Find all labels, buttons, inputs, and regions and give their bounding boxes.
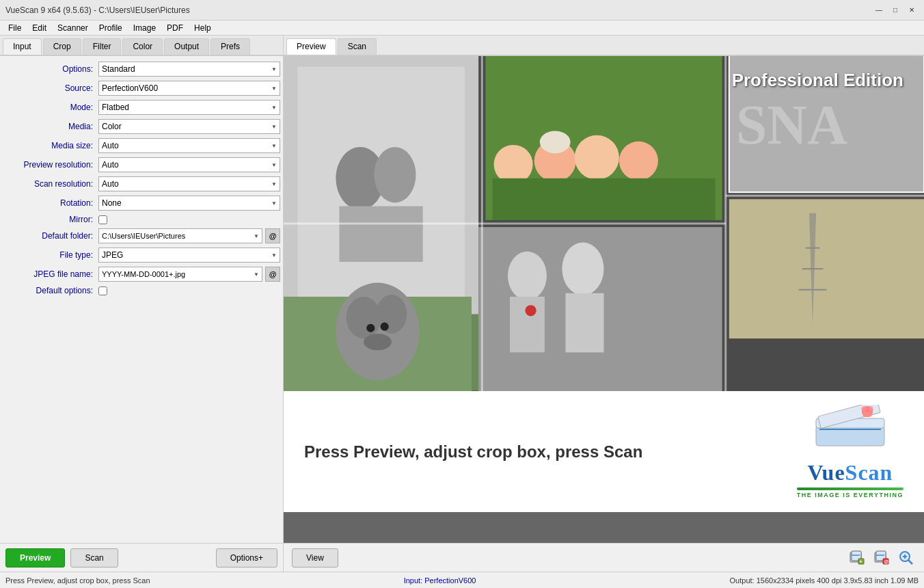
left-bottom: Preview Scan Options+: [0, 544, 284, 572]
svg-point-46: [868, 406, 873, 412]
vuescan-logo: VueScan The Image is Everything: [797, 405, 903, 498]
mode-arrow-icon: ▼: [271, 105, 277, 111]
menu-help[interactable]: Help: [189, 22, 217, 34]
svg-text:@: @: [884, 559, 889, 564]
preview-tab-preview[interactable]: Preview: [286, 38, 336, 55]
media-label: Media:: [3, 122, 98, 131]
options-label: Options:: [3, 64, 98, 74]
svg-rect-32: [510, 297, 545, 352]
logo-sub: The Image is Everything: [797, 492, 903, 498]
preview-res-dropdown[interactable]: Auto ▼: [98, 157, 280, 172]
jpeg-name-row: JPEG file name: YYYY-MM-DD-0001+.jpg ▼ @: [3, 267, 280, 282]
svg-point-29: [364, 334, 392, 350]
preview-button[interactable]: Preview: [5, 548, 65, 567]
rotation-label: Rotation:: [3, 198, 98, 208]
svg-point-4: [374, 147, 416, 202]
minimize-button[interactable]: —: [872, 3, 886, 17]
default-options-checkbox[interactable]: [98, 286, 107, 295]
menu-scanner[interactable]: Scanner: [52, 22, 94, 34]
svg-point-31: [508, 252, 547, 300]
default-folder-dropdown[interactable]: C:\Users\IEUser\Pictures ▼: [98, 228, 262, 243]
menu-edit[interactable]: Edit: [27, 22, 52, 34]
status-left: Press Preview, adjust crop box, press Sc…: [5, 576, 150, 585]
menu-pdf[interactable]: PDF: [161, 22, 189, 34]
media-size-arrow-icon: ▼: [271, 143, 277, 149]
scan-res-dropdown[interactable]: Auto ▼: [98, 176, 280, 191]
collage-container: Professional Edition: [284, 56, 924, 391]
file-type-dropdown[interactable]: JPEG ▼: [98, 248, 280, 263]
tab-input[interactable]: Input: [3, 38, 42, 55]
tab-color[interactable]: Color: [122, 38, 163, 55]
default-folder-arrow-icon: ▼: [254, 233, 259, 239]
tagline-text: Press Preview, adjust crop box, press Sc…: [304, 442, 642, 462]
email-icon[interactable]: @: [872, 548, 891, 567]
rotation-dropdown[interactable]: None ▼: [98, 196, 280, 211]
svg-rect-35: [565, 293, 603, 353]
tab-crop[interactable]: Crop: [43, 38, 81, 55]
media-size-row: Media size: Auto ▼: [3, 138, 280, 153]
svg-rect-11: [493, 178, 716, 220]
left-panel: Input Crop Filter Color Output Prefs Opt…: [0, 36, 284, 543]
logo-green-line: [797, 487, 903, 490]
options-dropdown[interactable]: Standard ▼: [98, 62, 280, 77]
media-dropdown[interactable]: Color ▼: [98, 119, 280, 134]
tab-output[interactable]: Output: [164, 38, 209, 55]
jpeg-name-arrow-icon: ▼: [254, 271, 259, 278]
scan-res-label: Scan resolution:: [3, 179, 98, 189]
jpeg-name-at-button[interactable]: @: [265, 267, 280, 282]
default-folder-at-button[interactable]: @: [265, 228, 280, 243]
source-row: Source: PerfectionV600 ▼: [3, 81, 280, 96]
mode-dropdown[interactable]: Flatbed ▼: [98, 100, 280, 115]
svg-point-24: [336, 283, 419, 381]
source-dropdown[interactable]: PerfectionV600 ▼: [98, 81, 280, 96]
svg-point-25: [346, 297, 381, 338]
zoom-icon[interactable]: [897, 548, 916, 567]
svg-point-48: [867, 412, 872, 417]
menubar: File Edit Scanner Profile Image PDF Help: [0, 21, 924, 36]
menu-profile[interactable]: Profile: [94, 22, 128, 34]
jpeg-name-dropdown[interactable]: YYYY-MM-DD-0001+.jpg ▼: [98, 267, 262, 282]
svg-point-9: [575, 135, 619, 180]
default-folder-label: Default folder:: [3, 231, 98, 241]
mode-label: Mode:: [3, 103, 98, 112]
scan-res-arrow-icon: ▼: [271, 181, 277, 187]
preview-tab-scan[interactable]: Scan: [338, 38, 377, 55]
close-button[interactable]: ✕: [905, 3, 919, 17]
rotation-row: Rotation: None ▼: [3, 196, 280, 211]
statusbar: Press Preview, adjust crop box, press Sc…: [0, 572, 924, 588]
scan-res-row: Scan resolution: Auto ▼: [3, 176, 280, 191]
preview-area: Professional Edition: [284, 56, 924, 543]
view-button[interactable]: View: [292, 548, 338, 567]
menu-file[interactable]: File: [3, 22, 27, 34]
form-area: Options: Standard ▼ Source: PerfectionV6…: [0, 56, 283, 543]
media-size-dropdown[interactable]: Auto ▼: [98, 138, 280, 153]
maximize-button[interactable]: □: [888, 3, 902, 17]
svg-point-45: [861, 406, 867, 412]
scanner-icon: [809, 405, 891, 453]
options-arrow-icon: ▼: [271, 66, 277, 72]
svg-rect-5: [339, 206, 422, 262]
svg-point-27: [366, 324, 375, 332]
rotation-arrow-icon: ▼: [271, 200, 277, 206]
menu-image[interactable]: Image: [128, 22, 161, 34]
options-row: Options: Standard ▼: [3, 62, 280, 77]
scan-button[interactable]: Scan: [70, 548, 118, 567]
jpeg-name-wrapper: YYYY-MM-DD-0001+.jpg ▼ @: [98, 267, 280, 282]
svg-text:SNA: SNA: [736, 94, 847, 156]
options-plus-button[interactable]: Options+: [216, 548, 277, 567]
tab-filter[interactable]: Filter: [83, 38, 122, 55]
scan-to-file-icon[interactable]: +: [847, 548, 867, 567]
svg-point-33: [525, 305, 536, 316]
mirror-row: Mirror:: [3, 215, 280, 224]
file-type-label: File type:: [3, 250, 98, 260]
source-label: Source:: [3, 83, 98, 93]
preview-res-label: Preview resolution:: [3, 160, 98, 170]
mirror-checkbox[interactable]: [98, 215, 107, 224]
media-row: Media: Color ▼: [3, 119, 280, 134]
svg-text:+: +: [860, 559, 862, 564]
left-tabs: Input Crop Filter Color Output Prefs: [0, 36, 283, 56]
preview-res-row: Preview resolution: Auto ▼: [3, 157, 280, 172]
file-type-arrow-icon: ▼: [271, 252, 277, 258]
tab-prefs[interactable]: Prefs: [210, 38, 250, 55]
window-controls: — □ ✕: [872, 3, 919, 17]
